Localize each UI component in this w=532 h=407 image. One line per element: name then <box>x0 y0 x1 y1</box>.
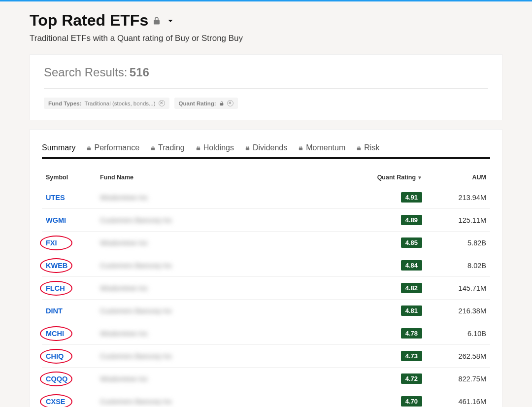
tab-risk[interactable]: Risk <box>356 140 379 157</box>
lock-icon <box>245 145 250 151</box>
cell-quant-rating: 4.84 <box>347 254 426 277</box>
rating-badge: 4.70 <box>401 396 422 407</box>
divider <box>44 88 488 89</box>
cell-quant-rating: 4.82 <box>347 277 426 300</box>
rating-badge: 4.91 <box>401 192 422 203</box>
tab-label: Dividends <box>253 143 287 152</box>
cell-fund-name: Customers Bancorp Inc <box>96 390 347 407</box>
cell-fund-name: Customers Bancorp Inc <box>96 345 347 368</box>
table-card: SummaryPerformanceTradingHoldingsDividen… <box>30 129 502 407</box>
rating-badge: 4.73 <box>401 351 422 361</box>
cell-symbol: KWEB <box>42 254 96 277</box>
results-card: Search Results: 516 Fund Types: Traditio… <box>30 54 502 120</box>
cell-quant-rating: 4.78 <box>347 322 426 345</box>
cell-quant-rating: 4.72 <box>347 368 426 390</box>
cell-aum: 822.75M <box>426 368 490 390</box>
chip-remove-icon[interactable]: ✕ <box>227 100 233 106</box>
filter-chip[interactable]: Fund Types: Traditional (stocks, bonds..… <box>44 98 169 109</box>
filter-chip[interactable]: Quant Rating: ✕ <box>174 98 238 109</box>
symbol-link[interactable]: WGMI <box>46 216 66 224</box>
symbol-link[interactable]: UTES <box>46 194 65 202</box>
cell-symbol: WGMI <box>42 209 96 232</box>
cell-fund-name: Customers Bancorp Inc <box>96 300 347 322</box>
cell-symbol: DINT <box>42 300 96 322</box>
cell-quant-rating: 4.70 <box>347 390 426 407</box>
cell-aum: 262.58M <box>426 345 490 368</box>
table-row: CHIQCustomers Bancorp Inc4.73262.58M <box>42 345 490 368</box>
col-header-fund-name[interactable]: Fund Name <box>96 169 347 186</box>
page: Top Rated ETFs Traditional ETFs with a Q… <box>0 1 532 407</box>
cell-symbol: CQQQ <box>42 368 96 390</box>
cell-aum: 461.16M <box>426 390 490 407</box>
cell-aum: 5.82B <box>426 232 490 254</box>
cell-symbol: CXSE <box>42 390 96 407</box>
lock-icon <box>196 145 201 151</box>
tab-performance[interactable]: Performance <box>86 140 139 157</box>
etf-table: Symbol Fund Name Quant Rating▼ AUM UTESW… <box>42 169 490 407</box>
chevron-down-icon[interactable] <box>165 15 176 26</box>
fund-name-blurred: Customers Bancorp Inc <box>100 262 172 270</box>
table-row: FXIWisdomtree Inc4.855.82B <box>42 232 490 254</box>
symbol-link[interactable]: FXI <box>46 239 57 247</box>
lock-icon <box>356 145 362 151</box>
rating-badge: 4.78 <box>401 328 422 339</box>
col-header-quant-rating[interactable]: Quant Rating▼ <box>347 169 426 186</box>
chip-remove-icon[interactable]: ✕ <box>159 100 165 106</box>
page-header: Top Rated ETFs <box>30 11 502 30</box>
rating-badge: 4.84 <box>401 260 422 271</box>
lock-icon <box>150 145 156 151</box>
table-row: MCHIWisdomtree Inc4.786.10B <box>42 322 490 345</box>
rating-badge: 4.89 <box>401 215 422 225</box>
tab-label: Risk <box>364 143 379 152</box>
cell-aum: 213.94M <box>426 186 490 209</box>
symbol-link[interactable]: FLCH <box>46 284 65 292</box>
cell-fund-name: Customers Bancorp Inc <box>96 209 347 232</box>
table-row: WGMICustomers Bancorp Inc4.89125.11M <box>42 209 490 232</box>
rating-badge: 4.72 <box>401 373 422 384</box>
fund-name-blurred: Wisdomtree Inc <box>100 194 148 202</box>
page-subtitle: Traditional ETFs with a Quant rating of … <box>30 34 502 43</box>
symbol-link[interactable]: CXSE <box>46 398 66 406</box>
tab-label: Performance <box>94 143 139 152</box>
cell-fund-name: Customers Bancorp Inc <box>96 254 347 277</box>
fund-name-blurred: Customers Bancorp Inc <box>100 352 172 360</box>
results-header: Search Results: 516 <box>44 66 488 79</box>
lock-icon <box>298 145 303 151</box>
lock-icon <box>152 16 161 25</box>
cell-quant-rating: 4.81 <box>347 300 426 322</box>
cell-aum: 8.02B <box>426 254 490 277</box>
tab-label: Summary <box>42 143 75 152</box>
table-row: KWEBCustomers Bancorp Inc4.848.02B <box>42 254 490 277</box>
tab-trading[interactable]: Trading <box>150 140 185 157</box>
col-header-symbol[interactable]: Symbol <box>42 169 96 186</box>
symbol-link[interactable]: CHIQ <box>46 352 64 360</box>
chip-value: Traditional (stocks, bonds...) <box>85 101 156 106</box>
rating-badge: 4.82 <box>401 283 422 293</box>
symbol-link[interactable]: DINT <box>46 307 63 315</box>
filter-chips: Fund Types: Traditional (stocks, bonds..… <box>44 98 488 109</box>
tab-label: Momentum <box>306 143 345 152</box>
tab-label: Holdings <box>203 143 234 152</box>
lock-icon <box>219 101 224 106</box>
cell-symbol: MCHI <box>42 322 96 345</box>
cell-fund-name: Wisdomtree Inc <box>96 322 347 345</box>
symbol-link[interactable]: MCHI <box>46 330 64 338</box>
col-header-aum[interactable]: AUM <box>426 169 490 186</box>
fund-name-blurred: Customers Bancorp Inc <box>100 307 172 315</box>
tab-dividends[interactable]: Dividends <box>245 140 287 157</box>
tab-holdings[interactable]: Holdings <box>196 140 234 157</box>
cell-symbol: CHIQ <box>42 345 96 368</box>
col-header-quant-rating-label: Quant Rating <box>377 174 416 181</box>
cell-quant-rating: 4.89 <box>347 209 426 232</box>
symbol-link[interactable]: CQQQ <box>46 375 67 383</box>
cell-quant-rating: 4.73 <box>347 345 426 368</box>
cell-fund-name: Wisdomtree Inc <box>96 232 347 254</box>
tab-momentum[interactable]: Momentum <box>298 140 345 157</box>
cell-aum: 125.11M <box>426 209 490 232</box>
symbol-link[interactable]: KWEB <box>46 262 67 270</box>
tab-summary[interactable]: Summary <box>42 140 75 157</box>
fund-name-blurred: Customers Bancorp Inc <box>100 216 172 224</box>
table-row: DINTCustomers Bancorp Inc4.81216.38M <box>42 300 490 322</box>
tabs: SummaryPerformanceTradingHoldingsDividen… <box>42 140 490 159</box>
table-header-row: Symbol Fund Name Quant Rating▼ AUM <box>42 169 490 186</box>
